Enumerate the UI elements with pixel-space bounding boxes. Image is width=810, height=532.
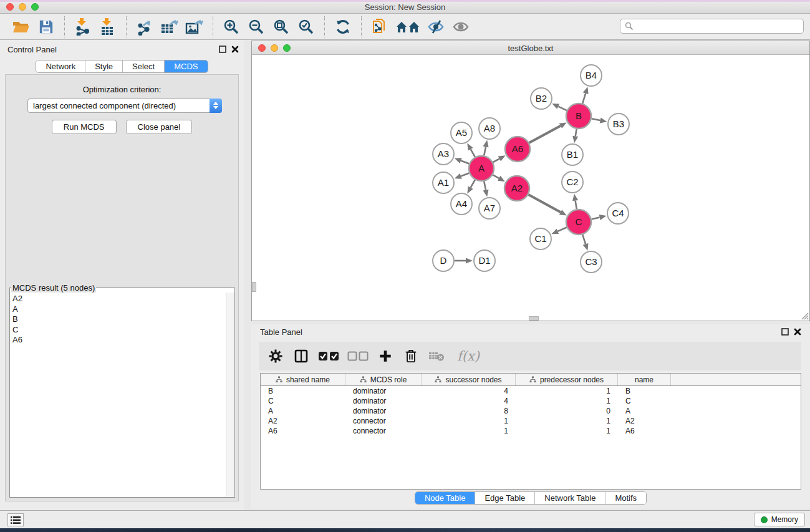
float-panel-icon[interactable] xyxy=(219,46,226,53)
graph-edge[interactable] xyxy=(461,161,469,164)
graph-edge[interactable] xyxy=(528,195,561,212)
table-cell[interactable]: A xyxy=(618,407,671,415)
close-panel-button[interactable]: Close panel xyxy=(126,120,193,134)
table-cell[interactable]: 1 xyxy=(422,417,516,425)
criterion-dropdown[interactable]: largest connected component (directed) xyxy=(27,99,222,113)
refresh-icon[interactable] xyxy=(333,17,353,37)
graph-edge[interactable] xyxy=(582,94,586,104)
search-input[interactable] xyxy=(637,21,803,32)
graph-edge[interactable] xyxy=(493,159,499,163)
zoom-out-icon[interactable] xyxy=(246,17,266,37)
table-cell[interactable]: B xyxy=(618,387,671,395)
table-cell[interactable]: B xyxy=(261,387,345,395)
zoom-selected-icon[interactable] xyxy=(296,17,316,37)
close-panel-icon[interactable] xyxy=(231,46,239,53)
network-canvas[interactable]: AA6A2BCA1A3A4A5A7A8B1B2B3B4C1C2C3C4DD1 xyxy=(252,55,809,321)
table-cell[interactable]: dominator xyxy=(345,407,422,415)
table-cell[interactable]: 1 xyxy=(516,427,618,435)
export-table-icon[interactable] xyxy=(160,17,180,37)
resize-grip-icon[interactable] xyxy=(801,312,809,320)
result-item[interactable]: B xyxy=(12,314,226,325)
result-item[interactable]: A6 xyxy=(12,335,226,346)
column-sort-icon[interactable] xyxy=(435,376,441,383)
result-item[interactable]: A xyxy=(12,304,226,315)
table-cell[interactable]: connector xyxy=(345,417,422,425)
tab-network-table[interactable]: Network Table xyxy=(535,492,605,504)
import-table-icon[interactable] xyxy=(98,17,118,37)
table-cell[interactable]: 0 xyxy=(516,407,618,415)
node-table[interactable]: shared nameMCDS rolesuccessor nodesprede… xyxy=(260,373,801,490)
graph-edge[interactable] xyxy=(461,173,469,176)
network-graph[interactable]: AA6A2BCA1A3A4A5A7A8B1B2B3B4C1C2C3C4DD1 xyxy=(252,55,809,321)
delete-columns-icon[interactable] xyxy=(400,346,422,367)
graph-edge[interactable] xyxy=(582,235,586,244)
graph-edge[interactable] xyxy=(484,147,486,155)
table-cell[interactable]: 4 xyxy=(422,397,516,405)
graph-edge[interactable] xyxy=(591,218,599,220)
import-network-icon[interactable] xyxy=(73,17,93,37)
table-row[interactable]: Bdominator41B xyxy=(261,386,801,396)
column-header-successor-nodes[interactable]: successor nodes xyxy=(422,374,516,385)
tab-network[interactable]: Network xyxy=(36,60,85,72)
apply-preferred-layout-icon[interactable] xyxy=(395,17,421,37)
open-file-icon[interactable] xyxy=(11,17,31,37)
column-sort-icon[interactable] xyxy=(276,376,282,383)
zoom-fit-icon[interactable] xyxy=(271,17,291,37)
table-row[interactable]: Cdominator41C xyxy=(261,396,801,406)
result-item[interactable]: A2 xyxy=(12,294,226,304)
table-cell[interactable]: 8 xyxy=(422,407,516,415)
network-horizontal-scrollbar[interactable] xyxy=(529,316,539,321)
table-row[interactable]: A2connector11A2 xyxy=(261,416,801,426)
table-cell[interactable]: A2 xyxy=(618,417,671,425)
table-cell[interactable]: 1 xyxy=(516,417,618,425)
graph-edge[interactable] xyxy=(592,118,600,120)
column-header-MCDS-role[interactable]: MCDS role xyxy=(345,374,422,385)
table-cell[interactable]: C xyxy=(261,397,345,405)
table-cell[interactable]: A2 xyxy=(261,417,345,425)
graph-edge[interactable] xyxy=(471,149,475,157)
close-table-panel-icon[interactable] xyxy=(794,328,801,336)
column-layout-icon[interactable] xyxy=(291,346,312,367)
add-column-icon[interactable] xyxy=(375,346,396,367)
tab-node-table[interactable]: Node Table xyxy=(415,492,476,504)
tab-select[interactable]: Select xyxy=(123,60,165,72)
export-network-icon[interactable] xyxy=(135,17,155,37)
graph-edge[interactable] xyxy=(576,201,577,210)
task-history-button[interactable] xyxy=(7,513,24,526)
table-cell[interactable]: A xyxy=(261,407,345,415)
table-settings-icon[interactable] xyxy=(265,346,286,367)
zoom-in-icon[interactable] xyxy=(221,17,241,37)
graph-edge[interactable] xyxy=(529,126,561,143)
column-header-shared-name[interactable]: shared name xyxy=(261,374,345,385)
table-cell[interactable]: C xyxy=(618,397,671,405)
select-all-icon[interactable] xyxy=(316,346,341,367)
table-row[interactable]: Adominator80A xyxy=(261,406,801,416)
column-sort-icon[interactable] xyxy=(360,376,367,383)
memory-button[interactable]: Memory xyxy=(754,513,805,526)
graph-edge[interactable] xyxy=(576,129,577,137)
table-cell[interactable]: dominator xyxy=(345,397,422,405)
column-header-name[interactable]: name xyxy=(618,374,671,385)
graph-edge[interactable] xyxy=(558,107,567,110)
search-field[interactable] xyxy=(620,19,804,34)
result-item[interactable]: C xyxy=(12,325,226,336)
column-sort-icon[interactable] xyxy=(529,376,536,383)
table-cell[interactable]: A6 xyxy=(618,427,671,435)
float-table-panel-icon[interactable] xyxy=(781,328,789,336)
table-cell[interactable]: A6 xyxy=(261,427,345,435)
hide-graphics-details-icon[interactable] xyxy=(426,17,446,37)
tab-motifs[interactable]: Motifs xyxy=(605,492,646,504)
network-vertical-scrollbar[interactable] xyxy=(252,282,256,292)
function-builder-icon[interactable]: f(x) xyxy=(451,346,484,367)
tab-style[interactable]: Style xyxy=(85,60,123,72)
graph-edge[interactable] xyxy=(557,227,566,231)
table-cell[interactable]: 1 xyxy=(422,427,516,435)
network-window-titlebar[interactable]: testGlobe.txt xyxy=(252,41,809,55)
save-session-icon[interactable] xyxy=(36,17,56,37)
tab-mcds[interactable]: MCDS xyxy=(165,60,207,72)
table-cell[interactable]: connector xyxy=(345,427,422,435)
table-cell[interactable]: 1 xyxy=(516,387,618,395)
graph-edge[interactable] xyxy=(493,175,499,178)
deselect-all-icon[interactable] xyxy=(345,346,370,367)
delete-table-icon[interactable] xyxy=(426,346,447,367)
